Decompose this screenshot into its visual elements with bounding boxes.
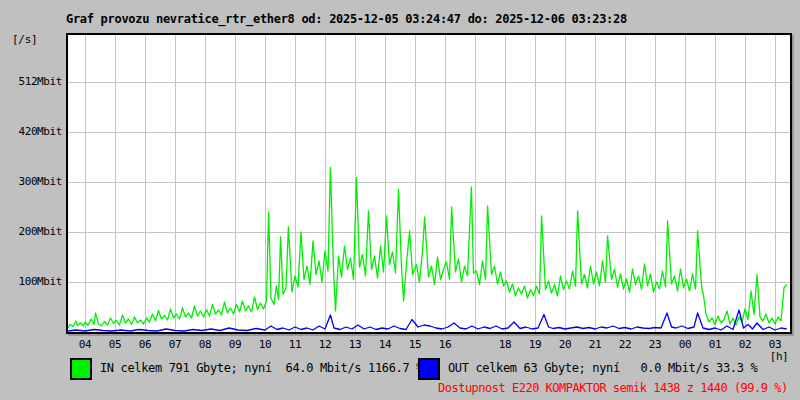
x-axis-tick: 00 (670, 338, 700, 352)
y-axis-tick: 300Mbit (0, 174, 62, 190)
x-axis-unit-label: [h] (764, 350, 794, 363)
x-axis-tick: 04 (70, 338, 100, 352)
x-axis-tick: 13 (340, 338, 370, 352)
legend-out-label: OUT celkem 63 Gbyte; nyní 0.0 Mbit/s 33.… (448, 361, 757, 375)
availability-status-text: Dostupnost E220 KOMPAKTOR semik 1438 z 1… (438, 381, 788, 395)
x-axis-tick: 07 (160, 338, 190, 352)
x-axis-tick: 20 (550, 338, 580, 352)
x-axis-tick: 23 (640, 338, 670, 352)
x-axis-tick: 12 (310, 338, 340, 352)
y-axis-unit-label: [/s] (12, 33, 37, 46)
x-axis-tick: 09 (220, 338, 250, 352)
page-title: Graf provozu nevratice_rtr_ether8 od: 20… (66, 12, 627, 26)
legend-in-swatch (70, 358, 92, 380)
x-axis-tick: 16 (430, 338, 460, 352)
y-axis-tick: 100Mbit (0, 274, 62, 290)
x-axis-tick: 06 (130, 338, 160, 352)
x-axis-tick: 01 (700, 338, 730, 352)
legend-out-swatch (418, 358, 440, 380)
x-axis-tick: 08 (190, 338, 220, 352)
traffic-graph-page: { "header": { "title": "Graf provozu nev… (0, 0, 800, 400)
y-axis-tick: 420Mbit (0, 124, 62, 140)
x-axis-tick: 19 (520, 338, 550, 352)
x-axis-tick: 15 (400, 338, 430, 352)
x-axis-tick: 22 (610, 338, 640, 352)
y-axis-tick: 200Mbit (0, 224, 62, 240)
series-in-line (68, 167, 787, 328)
x-axis-tick: 11 (280, 338, 310, 352)
x-axis-tick: 10 (250, 338, 280, 352)
x-axis-tick: 21 (580, 338, 610, 352)
x-axis-tick: 14 (370, 338, 400, 352)
traffic-chart (66, 33, 792, 334)
traffic-chart-canvas (68, 35, 790, 332)
x-axis-tick: 05 (100, 338, 130, 352)
y-axis-tick: 512Mbit (0, 74, 62, 90)
legend-in-label: IN celkem 791 Gbyte; nyní 64.0 Mbit/s 11… (100, 361, 423, 375)
series-out-line (68, 310, 787, 331)
x-axis-tick: 18 (490, 338, 520, 352)
x-axis-tick: 02 (730, 338, 760, 352)
